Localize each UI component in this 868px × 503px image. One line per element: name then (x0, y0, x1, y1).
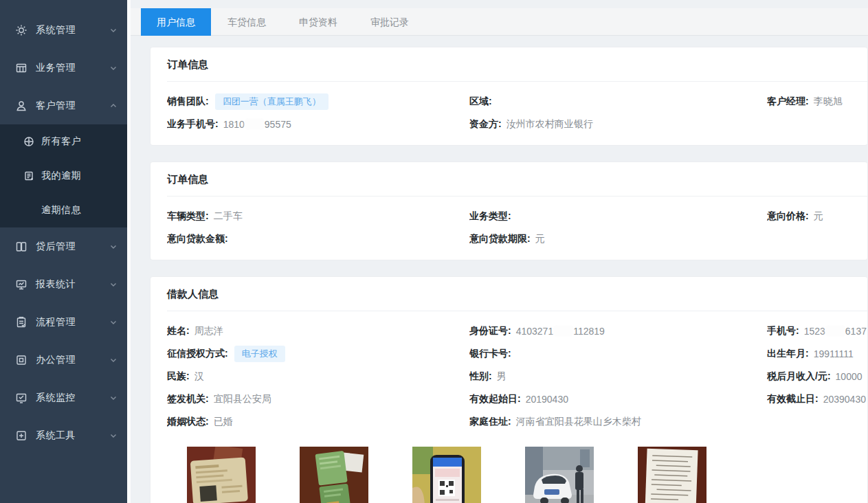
card-title: 订单信息 (167, 173, 867, 186)
field-value: 181095575 (223, 119, 291, 130)
field-value: 李晓旭 (814, 96, 843, 108)
field-label: 手机号: (767, 325, 799, 337)
sidebar-item-report-statistics[interactable]: 报表统计 (0, 265, 127, 303)
card-title: 借款人信息 (167, 288, 867, 301)
redaction-blur (554, 326, 572, 336)
field-label: 意向贷款期限: (469, 233, 531, 245)
chevron-down-icon (109, 64, 118, 72)
chevron-up-icon (109, 102, 118, 110)
field-label: 业务类型: (469, 210, 511, 223)
photo-item: 授权码截图 (412, 447, 481, 503)
sidebar-item-label: 报表统计 (36, 278, 109, 291)
chevron-down-icon (109, 356, 118, 364)
field-label: 车辆类型: (167, 210, 209, 223)
sidebar: 系统管理 业务管理 客户管理 所有客户 (0, 0, 127, 503)
field-label: 婚姻状态: (167, 416, 209, 428)
field-business-type: 业务类型: (469, 210, 767, 223)
sidebar-item-business-management[interactable]: 业务管理 (0, 49, 127, 87)
field-label: 性别: (469, 370, 492, 383)
photo-item: 其他材料 (638, 447, 706, 503)
chevron-down-icon (109, 243, 118, 251)
field-label: 有效截止日: (767, 393, 819, 405)
field-birth-date: 出生年月: 19911111 (767, 348, 867, 360)
field-label: 区域: (469, 96, 492, 108)
field-label: 民族: (167, 370, 190, 383)
tab-loan-application-docs[interactable]: 申贷资料 (282, 8, 354, 36)
sidebar-item-postloan-management[interactable]: 贷后管理 (0, 227, 127, 265)
photo-license-booklet[interactable] (300, 447, 368, 503)
redaction-blur (245, 119, 264, 129)
field-value: 19911111 (814, 348, 854, 359)
field-label: 资金方: (469, 118, 502, 131)
field-issuing-authority: 签发机关: 宜阳县公安局 (167, 393, 469, 405)
square-plus-icon (15, 429, 27, 442)
photo-person-with-car[interactable] (525, 447, 594, 503)
tab-approval-records[interactable]: 审批记录 (354, 8, 425, 36)
photo-handwritten-document[interactable] (638, 447, 706, 503)
field-label: 业务手机号: (167, 118, 219, 131)
sidebar-item-system-management[interactable]: 系统管理 (0, 11, 127, 49)
gear-icon (15, 24, 27, 36)
photo-item: 人车合影 (525, 447, 594, 503)
sidebar-item-system-tools[interactable]: 系统工具 (0, 416, 127, 454)
field-value: 20190430 (526, 394, 568, 405)
field-label: 意向价格: (767, 210, 809, 223)
sidebar-item-overdue-info[interactable]: 逾期信息 (0, 193, 127, 227)
field-intended-loan-amount: 意向贷款金额: (167, 233, 469, 245)
tab-car-loan-info[interactable]: 车贷信息 (211, 8, 282, 36)
field-value: 河南省宜阳县花果山乡木柴村 (516, 416, 641, 428)
tab-bar: 用户信息 车贷信息 申贷资料 审批记录 (131, 8, 868, 36)
photo-phone-qr-screenshot[interactable] (412, 447, 481, 503)
photo-id-card[interactable] (187, 447, 256, 503)
chevron-down-icon (109, 280, 118, 289)
field-value: 周志洋 (194, 325, 223, 337)
field-intended-loan-term: 意向贷款期限: 元 (469, 233, 767, 245)
sidebar-item-office-management[interactable]: 办公管理 (0, 341, 127, 379)
field-intended-price: 意向价格: 元 (767, 210, 867, 223)
field-label: 身份证号: (469, 325, 511, 337)
field-ethnicity: 民族: 汉 (167, 370, 469, 383)
sidebar-item-my-overdue[interactable]: 我的逾期 (0, 159, 127, 193)
app-window: 系统管理 业务管理 客户管理 所有客户 (0, 0, 868, 503)
field-label: 银行卡号: (469, 348, 511, 360)
sidebar-item-customer-management[interactable]: 客户管理 (0, 87, 127, 124)
order-info-card: 订单信息 销售团队: 四团一营（直属王鹏飞） 区域: 客户经理: (150, 47, 868, 146)
chevron-down-icon (109, 318, 118, 326)
tab-user-info[interactable]: 用户信息 (141, 8, 211, 36)
monitor-check-icon (15, 392, 27, 404)
field-value: 10000 (836, 371, 863, 382)
sidebar-item-label: 逾期信息 (41, 204, 81, 216)
content-area: 订单信息 销售团队: 四团一营（直属王鹏飞） 区域: 客户经理: (131, 36, 868, 503)
field-label: 销售团队: (167, 96, 209, 108)
nested-square-icon (15, 354, 27, 366)
field-label: 姓名: (167, 325, 190, 337)
field-label: 家庭住址: (469, 416, 511, 428)
field-business-phone: 业务手机号: 181095575 (167, 118, 469, 131)
field-home-address: 家庭住址: 河南省宜阳县花果山乡木柴村 (469, 416, 767, 428)
field-name: 姓名: 周志洋 (167, 325, 469, 337)
field-value: 已婚 (214, 416, 233, 428)
card-title: 订单信息 (167, 58, 867, 71)
sales-team-tag[interactable]: 四团一营（直属王鹏飞） (215, 93, 329, 110)
redaction-blur (826, 326, 845, 336)
field-value: 二手车 (214, 210, 243, 223)
field-value: 元 (814, 210, 823, 223)
field-value: 宜阳县公安局 (214, 393, 271, 405)
sidebar-item-label: 系统工具 (36, 429, 109, 442)
sidebar-item-label: 业务管理 (36, 62, 109, 74)
sidebar-item-process-management[interactable]: 流程管理 (0, 303, 127, 341)
field-value: 汝州市农村商业银行 (507, 118, 593, 131)
sidebar-item-system-monitor[interactable]: 系统监控 (0, 379, 127, 416)
borrower-info-card: 借款人信息 姓名: 周志洋 身份证号: 4103271112819 手机 (150, 276, 868, 503)
sidebar-item-all-customers[interactable]: 所有客户 (0, 124, 127, 159)
field-credit-auth-method: 征信授权方式: 电子授权 (167, 346, 469, 362)
field-region: 区域: (469, 96, 767, 108)
field-value: 15236137 (804, 326, 867, 337)
user-icon (15, 100, 27, 112)
field-label: 意向贷款金额: (167, 233, 228, 245)
credit-auth-tag[interactable]: 电子授权 (234, 346, 285, 362)
sidebar-item-label: 客户管理 (36, 100, 109, 112)
chevron-down-icon (109, 432, 118, 440)
loan-intent-card: 订单信息 车辆类型: 二手车 业务类型: 意向价格: (150, 161, 868, 260)
field-value: 元 (535, 233, 545, 245)
